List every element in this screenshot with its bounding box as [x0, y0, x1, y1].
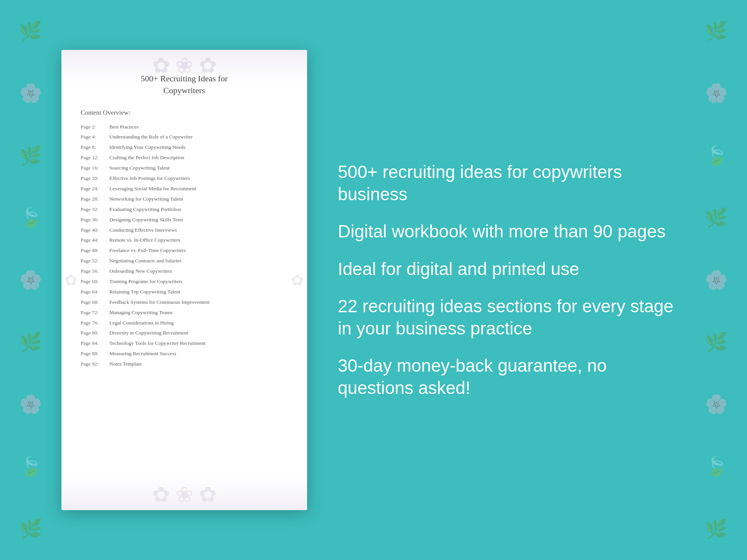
toc-page-number: Page 2: [81, 124, 109, 131]
toc-page-title: Onboarding New Copywriters [109, 268, 172, 275]
toc-page-number: Page 24: [81, 185, 109, 193]
toc-item: Page 68:Feedback Systems for Continuous … [81, 299, 288, 306]
toc-page-title: Feedback Systems for Continuous Improvem… [109, 299, 210, 306]
toc-page-title: Understanding the Role of a Copywriter [109, 133, 193, 141]
toc-page-title: Notes Template [109, 361, 142, 368]
toc-item: Page 60:Training Programs for Copywriter… [81, 278, 288, 285]
toc-item: Page 44:Remote vs. In-Office Copywriters [81, 237, 288, 244]
toc-item: Page 52:Negotiating Contracts and Salari… [81, 257, 288, 265]
toc-page-number: Page 20: [81, 175, 109, 182]
toc-page-number: Page 76: [81, 320, 109, 327]
toc-item: Page 36:Designing Copywriting Skills Tes… [81, 216, 288, 224]
toc-item: Page 4:Understanding the Role of a Copyw… [81, 133, 288, 141]
toc-page-number: Page 36: [81, 216, 109, 224]
toc-item: Page 32:Evaluating Copywriting Portfolio… [81, 206, 288, 213]
toc-item: Page 48:Freelance vs. Full-Time Copywrit… [81, 247, 288, 254]
toc-item: Page 56:Onboarding New Copywriters [81, 268, 288, 275]
toc-page-number: Page 44: [81, 237, 109, 244]
toc-page-title: Designing Copywriting Skills Tests [109, 216, 183, 224]
toc-page-number: Page 72: [81, 309, 109, 316]
toc-page-number: Page 80: [81, 329, 109, 337]
toc-page-title: Evaluating Copywriting Portfolios [109, 206, 181, 213]
toc-page-title: Networking for Copywriting Talent [109, 196, 183, 203]
toc-page-title: Retaining Top Copywriting Talent [109, 288, 180, 296]
toc-item: Page 2:Best Practices [81, 124, 288, 131]
toc-page-title: Freelance vs. Full-Time Copywriters [109, 247, 186, 254]
toc-page-number: Page 8: [81, 144, 109, 151]
toc-page-title: Conducting Effective Interviews [109, 227, 177, 234]
doc-watermark-right: ✿ [291, 271, 304, 289]
toc-item: Page 24:Leveraging Social Media for Recr… [81, 185, 288, 193]
toc-page-number: Page 12: [81, 154, 109, 161]
toc-item: Page 16:Sourcing Copywriting Talent [81, 165, 288, 172]
toc-page-title: Technology Tools for Copywriter Recruitm… [109, 340, 206, 347]
toc-item: Page 80:Diversity in Copywriting Recruit… [81, 329, 288, 337]
toc-page-title: Best Practices [109, 124, 139, 131]
toc-item: Page 28:Networking for Copywriting Talen… [81, 196, 288, 203]
toc-page-title: Measuring Recruitment Success [109, 350, 176, 357]
toc-page-number: Page 88: [81, 350, 109, 357]
toc-page-title: Sourcing Copywriting Talent [109, 165, 170, 172]
toc-item: Page 88:Measuring Recruitment Success [81, 350, 288, 357]
toc-page-number: Page 60: [81, 278, 109, 285]
toc-item: Page 92:Notes Template [81, 361, 288, 368]
toc-page-number: Page 40: [81, 227, 109, 234]
toc-item: Page 20:Effective Job Postings for Copyw… [81, 175, 288, 182]
feature-item-3: 22 recruiting ideas sections for every s… [338, 295, 678, 339]
toc-page-number: Page 16: [81, 165, 109, 172]
toc-item: Page 76:Legal Considerations in Hiring [81, 320, 288, 327]
feature-item-1: Digital workbook with more than 90 pages [338, 221, 678, 243]
toc-page-number: Page 92: [81, 361, 109, 368]
doc-watermark-bottom: ✿ ❀ ✿ [152, 482, 217, 507]
toc-page-title: Effective Job Postings for Copywriters [109, 175, 190, 182]
toc-list: Page 2:Best PracticesPage 4:Understandin… [81, 124, 288, 368]
toc-page-title: Leveraging Social Media for Recruitment [109, 185, 196, 193]
toc-page-title: Crafting the Perfect Job Description [109, 154, 184, 161]
toc-item: Page 40:Conducting Effective Interviews [81, 227, 288, 234]
toc-page-number: Page 28: [81, 196, 109, 203]
toc-page-number: Page 84: [81, 340, 109, 347]
main-content: ✿ ❀ ✿ ✿ ✿ 500+ Recruiting Ideas for Copy… [0, 0, 747, 560]
toc-item: Page 8:Identifying Your Copywriting Need… [81, 144, 288, 151]
toc-page-title: Diversity in Copywriting Recruitment [109, 329, 188, 337]
toc-page-title: Legal Considerations in Hiring [109, 320, 174, 327]
toc-page-number: Page 48: [81, 247, 109, 254]
toc-item: Page 64:Retaining Top Copywriting Talent [81, 288, 288, 296]
toc-page-number: Page 56: [81, 268, 109, 275]
toc-item: Page 12:Crafting the Perfect Job Descrip… [81, 154, 288, 161]
toc-page-number: Page 4: [81, 133, 109, 141]
toc-page-number: Page 68: [81, 299, 109, 306]
document-preview: ✿ ❀ ✿ ✿ ✿ 500+ Recruiting Ideas for Copy… [61, 50, 307, 510]
toc-page-title: Training Programs for Copywriters [109, 278, 182, 285]
toc-page-number: Page 64: [81, 288, 109, 296]
toc-page-title: Remote vs. In-Office Copywriters [109, 237, 180, 244]
feature-item-0: 500+ recruiting ideas for copywriters bu… [338, 161, 678, 205]
toc-page-title: Identifying Your Copywriting Needs [109, 144, 185, 151]
toc-item: Page 72:Managing Copywriting Teams [81, 309, 288, 316]
toc-item: Page 84:Technology Tools for Copywriter … [81, 340, 288, 347]
toc-page-number: Page 32: [81, 206, 109, 213]
feature-item-2: Ideal for digital and printed use [338, 258, 678, 280]
toc-page-number: Page 52: [81, 257, 109, 265]
document-title: 500+ Recruiting Ideas for Copywriters [81, 73, 288, 97]
toc-page-title: Managing Copywriting Teams [109, 309, 173, 316]
features-panel: 500+ recruiting ideas for copywriters bu… [330, 161, 678, 399]
toc-page-title: Negotiating Contracts and Salaries [109, 257, 182, 265]
toc-heading: Content Overview: [81, 109, 288, 117]
feature-item-4: 30-day money-back guarantee, no question… [338, 355, 678, 399]
doc-watermark-left: ✿ [64, 271, 78, 289]
